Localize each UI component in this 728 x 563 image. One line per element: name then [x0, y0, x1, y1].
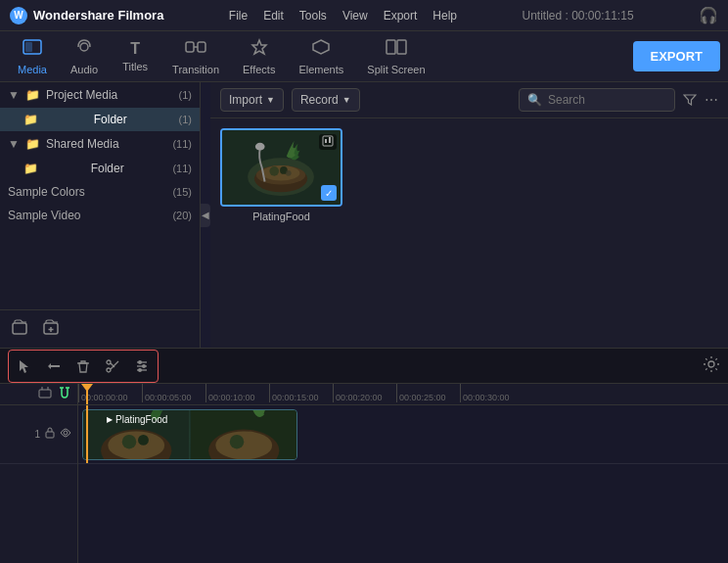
svg-rect-22: [329, 137, 331, 143]
filter-icon[interactable]: [683, 92, 697, 109]
svg-point-16: [269, 166, 279, 176]
video-clip-platingfood[interactable]: ▶ PlatingFood: [82, 409, 297, 460]
project-folder-count: (1): [179, 114, 192, 125]
toolbar-audio-label: Audio: [70, 64, 98, 75]
panel-collapse-arrow[interactable]: ◀: [201, 204, 210, 227]
shared-media-header[interactable]: ▼ 📁 Shared Media (11): [0, 131, 200, 157]
splitscreen-icon: [386, 38, 407, 61]
timeline: 00:00:00:00 00:00:05:00 00:00:10:00 00:0…: [0, 348, 728, 563]
svg-rect-9: [13, 323, 26, 334]
menu-help[interactable]: Help: [432, 9, 457, 23]
grid-view-icon[interactable]: ⋯: [705, 92, 718, 108]
search-box[interactable]: 🔍: [519, 88, 675, 112]
import-chevron-icon: ▼: [266, 95, 275, 105]
shared-media-folder[interactable]: 📁 Folder (11): [0, 157, 200, 180]
clip-name: PlatingFood: [115, 414, 167, 425]
menu-export[interactable]: Export: [384, 9, 418, 23]
svg-point-44: [122, 435, 136, 448]
svg-point-49: [229, 435, 243, 448]
project-media-folder[interactable]: 📁 Folder (1): [0, 108, 200, 131]
folder-item-icon: 📁: [23, 113, 38, 126]
tracks-area: 1 ▼: [0, 405, 728, 563]
audio-icon: [74, 38, 94, 61]
svg-point-32: [138, 368, 142, 372]
collapse-chevron-icon: ◀: [202, 210, 209, 220]
shared-folder-icon: 📁: [25, 137, 40, 151]
sample-video-label: Sample Video: [8, 209, 81, 222]
delete-tool[interactable]: [69, 352, 97, 380]
thumb-overlay: [319, 134, 337, 150]
left-panel-footer: [0, 309, 200, 348]
logo-icon: W: [10, 7, 27, 24]
export-button[interactable]: EXPORT: [633, 41, 720, 71]
project-media-section: ▼ 📁 Project Media (1) 📁 Folder (1): [0, 82, 200, 131]
menu-edit[interactable]: Edit: [263, 9, 284, 23]
record-chevron-icon: ▼: [342, 95, 351, 105]
timeline-settings-icon[interactable]: [703, 359, 720, 376]
eye-icon[interactable]: [60, 427, 71, 442]
search-input[interactable]: [548, 93, 666, 107]
menu-tools[interactable]: Tools: [299, 9, 327, 23]
shared-media-label: Shared Media: [46, 137, 119, 151]
ruler-time-marks: 00:00:00:00 00:00:05:00 00:00:10:00 00:0…: [78, 384, 523, 402]
main-toolbar: Media Audio T Titles Transition Effects …: [0, 31, 728, 82]
folder-icon: 📁: [25, 88, 40, 102]
toolbar-splitscreen[interactable]: Split Screen: [357, 34, 434, 79]
toolbar-media[interactable]: Media: [8, 34, 57, 79]
adjust-tool[interactable]: [128, 352, 156, 380]
project-media-count: (1): [179, 89, 192, 101]
select-tool[interactable]: [11, 352, 38, 380]
search-icon: 🔍: [527, 93, 542, 107]
ruler-mark-2: 00:00:10:00: [205, 384, 269, 402]
svg-marker-5: [252, 40, 266, 54]
media-toolbar: Import ▼ Record ▼ 🔍 ⋯: [210, 82, 728, 118]
svg-point-43: [108, 431, 164, 459]
ruler-mark-5: 00:00:25:00: [396, 384, 460, 402]
clip-play-icon: ▶: [107, 415, 113, 424]
toolbar-titles[interactable]: T Titles: [112, 36, 159, 76]
project-media-header[interactable]: ▼ 📁 Project Media (1): [0, 82, 200, 108]
thumb-wrapper[interactable]: ✓: [220, 128, 342, 207]
svg-point-19: [255, 143, 265, 151]
media-panel: Import ▼ Record ▼ 🔍 ⋯: [210, 82, 728, 348]
svg-rect-21: [325, 139, 327, 143]
media-icon: [23, 38, 42, 61]
svg-point-30: [138, 360, 142, 364]
menu-view[interactable]: View: [342, 9, 368, 23]
video-track-label: 1: [0, 405, 77, 464]
svg-point-18: [286, 170, 292, 176]
titlebar: W Wondershare Filmora File Edit Tools Vi…: [0, 0, 728, 31]
project-media-label: Project Media: [46, 88, 117, 102]
ruler-mark-1: 00:00:05:00: [142, 384, 205, 402]
import-folder-icon[interactable]: [12, 318, 31, 340]
svg-rect-1: [25, 42, 32, 52]
media-item-platingfood[interactable]: ✓ PlatingFood: [220, 128, 342, 338]
transition-icon: [185, 38, 206, 61]
new-folder-icon[interactable]: [43, 318, 63, 340]
cut-tool[interactable]: [99, 352, 126, 380]
import-dropdown[interactable]: Import ▼: [220, 88, 284, 112]
sample-video-count: (20): [172, 210, 192, 221]
lock-icon[interactable]: [44, 427, 56, 442]
magnet-icon[interactable]: [58, 386, 71, 402]
add-track-icon[interactable]: [38, 386, 52, 402]
playhead-line: [86, 405, 88, 463]
svg-rect-34: [39, 390, 51, 398]
sample-colors-item[interactable]: Sample Colors (15): [0, 180, 200, 204]
sample-video-item[interactable]: Sample Video (20): [0, 204, 200, 227]
ruler-marks: 00:00:00:00 00:00:05:00 00:00:10:00 00:0…: [78, 384, 728, 404]
menu-file[interactable]: File: [229, 9, 248, 23]
toolbar-elements[interactable]: Elements: [289, 34, 353, 79]
svg-rect-3: [186, 42, 194, 52]
toolbar-effects[interactable]: Effects: [233, 34, 285, 79]
toolbar-audio[interactable]: Audio: [61, 34, 108, 79]
ripple-tool[interactable]: [40, 352, 68, 380]
toolbar-transition[interactable]: Transition: [162, 34, 229, 79]
track-labels: 1: [0, 405, 78, 563]
sample-colors-label: Sample Colors: [8, 185, 85, 199]
video-track-row: ▼: [78, 405, 728, 464]
headphone-icon[interactable]: 🎧: [699, 6, 718, 24]
project-title: Untitled : 00:00:11:15: [522, 9, 633, 23]
svg-rect-7: [387, 40, 395, 54]
record-dropdown[interactable]: Record ▼: [292, 88, 360, 112]
